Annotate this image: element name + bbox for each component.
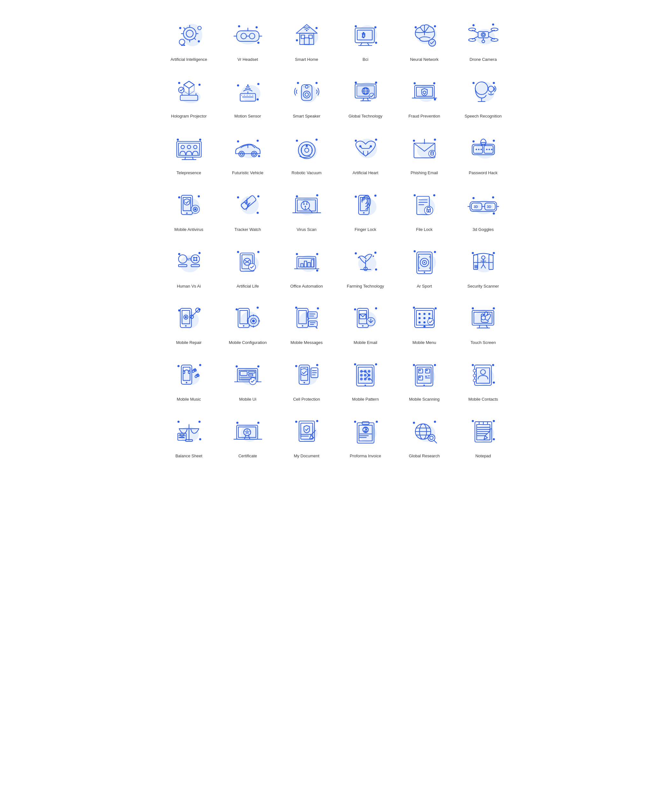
icon-wrapper: [230, 414, 265, 449]
svg-point-200: [257, 212, 259, 214]
icon-item-artificial-intelligence[interactable]: Artificial Intelligence: [161, 13, 217, 66]
icon-item-mobile-pattern[interactable]: Mobile Pattern: [338, 352, 393, 406]
icon-item-neural-network[interactable]: Neural Network: [396, 13, 452, 66]
svg-point-281: [354, 252, 357, 254]
icon-item-mobile-scanning[interactable]: Mobile Scanning: [396, 352, 452, 406]
icon-label: Robotic Vacuum: [291, 170, 321, 176]
svg-point-85: [257, 83, 259, 85]
icon-item-password-hack[interactable]: Password Hack: [455, 126, 511, 179]
icon-wrapper: [230, 188, 265, 223]
icon-wrapper: [466, 131, 501, 166]
svg-point-347: [362, 325, 363, 326]
svg-point-218: [363, 212, 364, 213]
icon-item-touch-screen[interactable]: Touch Screen: [455, 296, 511, 349]
svg-point-318: [198, 309, 200, 311]
icon-item-farming-technology[interactable]: Farming Technology: [338, 239, 393, 293]
icon-item-security-scanner[interactable]: Security Scanner: [455, 239, 511, 293]
svg-point-73: [198, 84, 200, 86]
icon-item-notepad[interactable]: Notepad: [455, 409, 511, 463]
icon-label: Bci: [362, 57, 368, 62]
icon-wrapper: [289, 74, 324, 109]
artificial-life-icon: [230, 244, 265, 279]
svg-point-420: [367, 370, 370, 373]
svg-point-280: [372, 256, 374, 257]
icon-item-global-research[interactable]: Global Research: [396, 409, 452, 463]
icon-item-virus-scan[interactable]: Virus Scan: [279, 183, 334, 236]
icon-wrapper: [172, 188, 207, 223]
svg-point-378: [472, 307, 474, 310]
svg-point-241: [492, 196, 494, 198]
icon-item-telepresence[interactable]: Telepresence: [161, 126, 217, 179]
icon-item-vr-headset[interactable]: Vr Headset: [220, 13, 276, 66]
svg-point-403: [257, 365, 259, 368]
icon-item-mobile-configuration[interactable]: Mobile Configuration: [220, 296, 276, 349]
icon-item-mobile-antivirus[interactable]: Mobile Antivirus: [161, 183, 217, 236]
svg-point-94: [297, 82, 299, 84]
icon-item-artificial-life[interactable]: Artificial Life: [220, 239, 276, 293]
icon-item-drone-camera[interactable]: Drone Camera: [455, 13, 511, 66]
icon-item-tracker-watch[interactable]: Tracker Watch: [220, 183, 276, 236]
svg-rect-437: [426, 370, 427, 371]
icon-wrapper: [289, 18, 324, 53]
icon-item-phishing-email[interactable]: Phishing Email: [396, 126, 452, 179]
svg-line-37: [360, 43, 362, 46]
icon-item-finger-lock[interactable]: Finger Lock: [338, 183, 393, 236]
icon-item-ar-sport[interactable]: Ar Sport: [396, 239, 452, 293]
icon-item-balance-sheet[interactable]: Balance Sheet: [161, 409, 217, 463]
icon-item-global-technology[interactable]: Global Technology: [338, 70, 393, 123]
mobile-ui-icon: [230, 357, 265, 392]
icon-item-mobile-contacts[interactable]: Mobile Contacts: [455, 352, 511, 406]
svg-point-265: [257, 251, 259, 253]
icon-item-fraud-prevention[interactable]: Fraud Prevention: [396, 70, 452, 123]
icon-item-human-vs-ai[interactable]: VS Human Vs Ai: [161, 239, 217, 293]
icon-wrapper: [172, 357, 207, 392]
certificate-icon: [230, 414, 265, 449]
icon-label: Hologram Projector: [171, 114, 207, 119]
svg-point-307: [493, 252, 495, 254]
svg-point-475: [257, 422, 259, 424]
icon-item-smart-speaker[interactable]: Smart Speaker: [279, 70, 334, 123]
icon-item-artificial-heart[interactable]: Artificial Heart: [338, 126, 393, 179]
icon-wrapper: ₿: [348, 18, 383, 53]
icon-item-mobile-music[interactable]: Mobile Music: [161, 352, 217, 406]
svg-point-391: [199, 364, 201, 366]
icon-item-mobile-menu[interactable]: Mobile Menu: [396, 296, 452, 349]
icon-item-3d-goggles[interactable]: 3D 3D 3d Goggles: [455, 183, 511, 236]
icon-wrapper: [407, 131, 442, 166]
icon-item-smart-home[interactable]: Smart Home: [279, 13, 334, 66]
icon-wrapper: [172, 301, 207, 335]
icon-wrapper: [407, 414, 442, 449]
icon-label: My Document: [294, 453, 319, 459]
icon-item-office-automation[interactable]: Office Automation: [279, 239, 334, 293]
icon-label: Global Research: [409, 453, 440, 459]
file-lock-icon: [407, 188, 442, 223]
icon-item-robotic-vacuum[interactable]: Robotic Vacuum: [279, 126, 334, 179]
icon-item-hologram-projector[interactable]: Hologram Projector: [161, 70, 217, 123]
svg-text:3D: 3D: [473, 204, 478, 208]
icon-label: Ar Sport: [417, 284, 432, 289]
svg-point-41: [374, 27, 376, 29]
icon-item-motion-sensor[interactable]: Motion Sensor: [220, 70, 276, 123]
icon-item-mobile-messages[interactable]: Mobile Messages: [279, 296, 334, 349]
icon-label: Virus Scan: [296, 227, 316, 232]
icon-item-bci[interactable]: ₿ Bci: [338, 13, 393, 66]
icon-item-mobile-ui[interactable]: Mobile Ui: [220, 352, 276, 406]
icon-item-my-document[interactable]: My Document: [279, 409, 334, 463]
icon-wrapper: [172, 414, 207, 449]
icon-item-futuristic-vehicle[interactable]: Futuristic Vehicle: [220, 126, 276, 179]
svg-point-407: [303, 382, 305, 383]
icon-item-mobile-email[interactable]: Mobile Email: [338, 296, 393, 349]
icon-item-proforma-invoice[interactable]: Proforma Invoice: [338, 409, 393, 463]
svg-point-433: [423, 385, 424, 386]
icon-item-cell-protection[interactable]: Cell Protection: [279, 352, 334, 406]
icon-label: Mobile Ui: [239, 397, 256, 402]
icon-label: Mobile Configuration: [229, 340, 266, 345]
icon-label: Tracker Watch: [235, 227, 261, 232]
icon-item-speech-recognition[interactable]: Speech Recognition: [455, 70, 511, 123]
tracker-watch-icon: [230, 188, 265, 223]
svg-point-288: [424, 271, 425, 272]
svg-point-364: [423, 321, 425, 324]
icon-item-file-lock[interactable]: File Lock: [396, 183, 452, 236]
icon-item-mobile-repair[interactable]: Mobile Repair: [161, 296, 217, 349]
icon-item-certificate[interactable]: Certificate: [220, 409, 276, 463]
